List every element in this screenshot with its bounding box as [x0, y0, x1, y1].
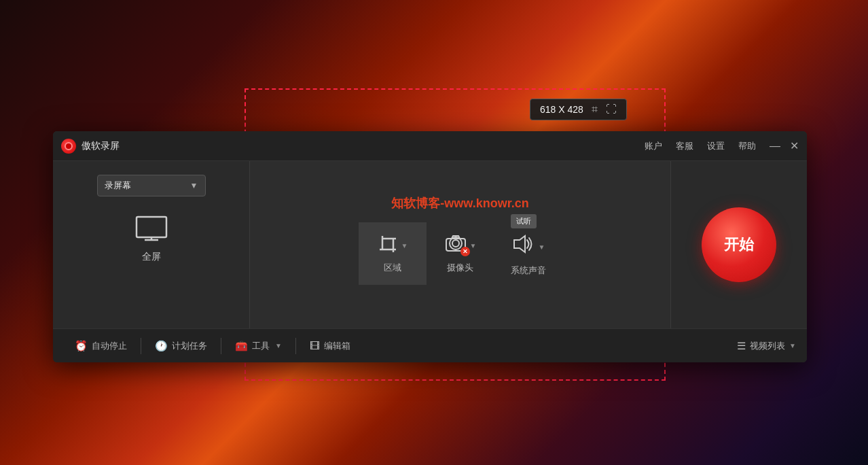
mid-panel: 知软博客-www.knowr.cn ▼ 区域: [250, 161, 671, 328]
speaker-tooltip: 试听: [511, 214, 537, 228]
nav-settings[interactable]: 设置: [707, 140, 725, 152]
app-logo-icon: [61, 139, 76, 154]
video-list-icon: ☰: [737, 340, 746, 352]
nav-account[interactable]: 账户: [645, 140, 662, 152]
schedule-icon: 🕐: [155, 340, 168, 352]
fullscreen-option[interactable]: 全屏: [135, 214, 168, 263]
fullscreen-label: 全屏: [142, 251, 161, 263]
camera-wrap: ✕: [444, 233, 467, 255]
tools-dropdown-icon: ▼: [275, 342, 282, 349]
speaker-dropdown-icon: ▼: [539, 243, 545, 251]
close-button[interactable]: ✕: [790, 141, 799, 152]
nav-help[interactable]: 帮助: [738, 140, 756, 152]
svg-marker-10: [514, 236, 525, 252]
crop-icon-wrap: ▼: [377, 233, 408, 255]
crop-control[interactable]: ▼ 区域: [359, 222, 427, 285]
window-controls: — ✕: [770, 141, 799, 152]
speaker-icon-wrap: 试听 ▼: [511, 233, 545, 258]
tools-label: 工具: [252, 340, 270, 352]
minimize-button[interactable]: —: [770, 141, 780, 152]
title-bar: 傲软录屏 账户 客服 设置 帮助 — ✕: [53, 131, 807, 161]
crop-icon: [377, 233, 399, 255]
camera-icon-wrap: ✕ ▼: [444, 233, 477, 255]
app-window: 傲软录屏 账户 客服 设置 帮助 — ✕ 录屏幕 ▼: [53, 131, 807, 362]
fullscreen-icon: [135, 214, 168, 245]
app-title: 傲软录屏: [82, 140, 120, 152]
svg-rect-0: [137, 217, 166, 237]
camera-disabled-icon: ✕: [460, 247, 470, 256]
content-area: 录屏幕 ▼ 全屏 知软博客-www.knowr.cn: [53, 161, 807, 328]
bottom-bar: ⏰ 自动停止 🕐 计划任务 🧰 工具 ▼ 🎞 编辑箱 ☰ 视频列表 ▼: [53, 328, 807, 362]
video-list-label: 视频列表: [750, 340, 785, 352]
tools-icon: 🧰: [235, 340, 248, 352]
nav-support[interactable]: 客服: [676, 140, 693, 152]
camera-control[interactable]: ✕ ▼ 摄像头: [427, 222, 494, 285]
editor-label: 编辑箱: [324, 340, 350, 352]
video-list-button[interactable]: ☰ 视频列表 ▼: [737, 340, 796, 352]
speaker-icon: [511, 233, 536, 255]
right-panel: 开始: [671, 161, 807, 328]
separator-1: [141, 338, 141, 354]
schedule-label: 计划任务: [172, 340, 207, 352]
app-logo-area: 傲软录屏: [61, 139, 120, 154]
watermark-text: 知软博客-www.knowr.cn: [391, 195, 528, 211]
crop-resize-icon[interactable]: ⌗: [592, 103, 598, 116]
start-button[interactable]: 开始: [702, 207, 776, 282]
crop-label: 区域: [384, 262, 401, 274]
video-list-dropdown-icon: ▼: [789, 342, 796, 349]
speaker-control[interactable]: 试听 ▼ 系统声音: [494, 222, 562, 288]
chevron-down-icon: ▼: [190, 181, 198, 190]
mode-selector[interactable]: 录屏幕 ▼: [97, 175, 206, 196]
crop-dropdown-icon: ▼: [401, 242, 408, 249]
camera-dropdown-icon: ▼: [470, 242, 477, 249]
separator-2: [221, 338, 221, 354]
editor-icon: 🎞: [310, 340, 320, 351]
editor-button[interactable]: 🎞 编辑箱: [299, 329, 361, 362]
left-panel: 录屏幕 ▼ 全屏: [53, 161, 250, 328]
title-nav: 账户 客服 设置 帮助: [645, 140, 756, 152]
schedule-button[interactable]: 🕐 计划任务: [144, 329, 218, 362]
speaker-wrap: 试听: [511, 233, 536, 258]
camera-label: 摄像头: [447, 262, 473, 274]
auto-stop-button[interactable]: ⏰ 自动停止: [64, 329, 138, 362]
controls-row: ▼ 区域 ✕: [359, 222, 562, 288]
tools-button[interactable]: 🧰 工具 ▼: [224, 329, 293, 362]
separator-3: [295, 338, 296, 354]
svg-point-8: [452, 240, 459, 247]
auto-stop-label: 自动停止: [92, 340, 127, 352]
dimension-label: 618 X 428 ⌗ ⛶: [530, 99, 627, 120]
auto-stop-icon: ⏰: [75, 340, 88, 352]
speaker-label: 系统声音: [511, 264, 546, 277]
fullscreen-resize-icon[interactable]: ⛶: [606, 103, 617, 116]
dimension-text: 618 X 428: [540, 104, 583, 115]
mode-label: 录屏幕: [105, 179, 131, 192]
